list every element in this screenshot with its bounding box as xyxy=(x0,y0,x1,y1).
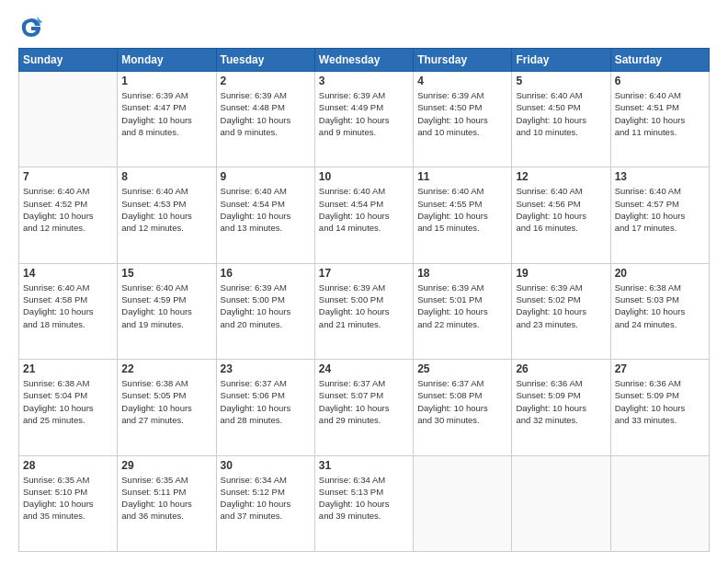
day-cell: 20Sunrise: 6:38 AM Sunset: 5:03 PM Dayli… xyxy=(610,263,709,359)
day-cell: 14Sunrise: 6:40 AM Sunset: 4:58 PM Dayli… xyxy=(19,263,118,359)
day-info: Sunrise: 6:38 AM Sunset: 5:04 PM Dayligh… xyxy=(23,377,113,426)
day-number: 9 xyxy=(221,170,311,183)
day-cell: 26Sunrise: 6:36 AM Sunset: 5:09 PM Dayli… xyxy=(512,360,610,455)
day-info: Sunrise: 6:40 AM Sunset: 4:57 PM Dayligh… xyxy=(615,185,705,234)
day-cell: 10Sunrise: 6:40 AM Sunset: 4:54 PM Dayli… xyxy=(314,167,413,263)
calendar: SundayMondayTuesdayWednesdayThursdayFrid… xyxy=(18,48,710,552)
day-number: 20 xyxy=(615,267,705,280)
day-info: Sunrise: 6:40 AM Sunset: 4:54 PM Dayligh… xyxy=(319,185,409,234)
day-cell: 29Sunrise: 6:35 AM Sunset: 5:11 PM Dayli… xyxy=(118,455,216,551)
day-cell: 27Sunrise: 6:36 AM Sunset: 5:09 PM Dayli… xyxy=(610,360,709,455)
week-row-3: 14Sunrise: 6:40 AM Sunset: 4:58 PM Dayli… xyxy=(19,263,710,359)
day-info: Sunrise: 6:40 AM Sunset: 4:54 PM Dayligh… xyxy=(221,185,311,234)
day-cell: 25Sunrise: 6:37 AM Sunset: 5:08 PM Dayli… xyxy=(414,360,512,455)
day-cell: 21Sunrise: 6:38 AM Sunset: 5:04 PM Dayli… xyxy=(19,360,118,455)
day-number: 25 xyxy=(417,362,507,375)
day-cell: 8Sunrise: 6:40 AM Sunset: 4:53 PM Daylig… xyxy=(118,167,216,263)
day-number: 6 xyxy=(615,75,705,87)
logo xyxy=(18,15,48,40)
day-number: 19 xyxy=(516,267,606,280)
page: SundayMondayTuesdayWednesdayThursdayFrid… xyxy=(0,0,728,563)
day-header-monday: Monday xyxy=(118,49,216,72)
header-row: SundayMondayTuesdayWednesdayThursdayFrid… xyxy=(19,49,710,72)
day-info: Sunrise: 6:40 AM Sunset: 4:56 PM Dayligh… xyxy=(516,185,606,234)
day-number: 1 xyxy=(121,75,211,87)
day-info: Sunrise: 6:39 AM Sunset: 4:49 PM Dayligh… xyxy=(319,89,409,138)
day-info: Sunrise: 6:34 AM Sunset: 5:13 PM Dayligh… xyxy=(319,474,409,523)
day-info: Sunrise: 6:40 AM Sunset: 4:59 PM Dayligh… xyxy=(121,282,211,330)
day-info: Sunrise: 6:36 AM Sunset: 5:09 PM Dayligh… xyxy=(615,377,705,426)
day-info: Sunrise: 6:38 AM Sunset: 5:05 PM Dayligh… xyxy=(121,377,211,426)
day-number: 11 xyxy=(417,170,507,183)
day-cell: 30Sunrise: 6:34 AM Sunset: 5:12 PM Dayli… xyxy=(216,455,314,551)
day-number: 4 xyxy=(417,75,507,87)
day-number: 10 xyxy=(319,170,409,183)
day-info: Sunrise: 6:34 AM Sunset: 5:12 PM Dayligh… xyxy=(221,474,311,523)
day-info: Sunrise: 6:39 AM Sunset: 4:48 PM Dayligh… xyxy=(221,89,311,138)
day-cell: 23Sunrise: 6:37 AM Sunset: 5:06 PM Dayli… xyxy=(216,360,314,455)
day-number: 8 xyxy=(121,170,211,183)
day-number: 31 xyxy=(319,459,409,472)
day-cell: 9Sunrise: 6:40 AM Sunset: 4:54 PM Daylig… xyxy=(216,167,314,263)
day-number: 18 xyxy=(417,267,507,280)
day-info: Sunrise: 6:36 AM Sunset: 5:09 PM Dayligh… xyxy=(516,377,606,426)
day-number: 28 xyxy=(23,459,113,472)
day-cell: 17Sunrise: 6:39 AM Sunset: 5:00 PM Dayli… xyxy=(314,263,413,359)
day-cell: 24Sunrise: 6:37 AM Sunset: 5:07 PM Dayli… xyxy=(314,360,413,455)
day-cell: 15Sunrise: 6:40 AM Sunset: 4:59 PM Dayli… xyxy=(118,263,216,359)
week-row-4: 21Sunrise: 6:38 AM Sunset: 5:04 PM Dayli… xyxy=(19,360,710,455)
day-info: Sunrise: 6:39 AM Sunset: 4:47 PM Dayligh… xyxy=(121,89,211,138)
day-cell: 11Sunrise: 6:40 AM Sunset: 4:55 PM Dayli… xyxy=(414,167,512,263)
day-info: Sunrise: 6:39 AM Sunset: 4:50 PM Dayligh… xyxy=(417,89,507,138)
day-cell xyxy=(610,455,709,551)
day-number: 3 xyxy=(319,75,409,87)
day-cell xyxy=(414,455,512,551)
day-cell xyxy=(19,72,118,167)
day-number: 12 xyxy=(516,170,606,183)
day-info: Sunrise: 6:39 AM Sunset: 5:02 PM Dayligh… xyxy=(516,282,606,330)
day-cell xyxy=(512,455,610,551)
day-info: Sunrise: 6:38 AM Sunset: 5:03 PM Dayligh… xyxy=(615,282,705,330)
day-number: 23 xyxy=(221,362,311,375)
day-cell: 28Sunrise: 6:35 AM Sunset: 5:10 PM Dayli… xyxy=(19,455,118,551)
day-info: Sunrise: 6:39 AM Sunset: 5:00 PM Dayligh… xyxy=(221,282,311,330)
day-info: Sunrise: 6:37 AM Sunset: 5:07 PM Dayligh… xyxy=(319,377,409,426)
day-info: Sunrise: 6:40 AM Sunset: 4:50 PM Dayligh… xyxy=(516,89,606,138)
day-header-wednesday: Wednesday xyxy=(314,49,413,72)
day-header-saturday: Saturday xyxy=(610,49,709,72)
day-info: Sunrise: 6:37 AM Sunset: 5:06 PM Dayligh… xyxy=(221,377,311,426)
day-cell: 4Sunrise: 6:39 AM Sunset: 4:50 PM Daylig… xyxy=(414,72,512,167)
week-row-2: 7Sunrise: 6:40 AM Sunset: 4:52 PM Daylig… xyxy=(19,167,710,263)
day-number: 27 xyxy=(615,362,705,375)
day-number: 2 xyxy=(221,75,311,87)
day-cell: 18Sunrise: 6:39 AM Sunset: 5:01 PM Dayli… xyxy=(414,263,512,359)
day-number: 5 xyxy=(516,75,606,87)
header xyxy=(18,15,710,40)
logo-icon xyxy=(18,15,44,40)
day-cell: 19Sunrise: 6:39 AM Sunset: 5:02 PM Dayli… xyxy=(512,263,610,359)
day-cell: 16Sunrise: 6:39 AM Sunset: 5:00 PM Dayli… xyxy=(216,263,314,359)
day-number: 17 xyxy=(319,267,409,280)
day-info: Sunrise: 6:37 AM Sunset: 5:08 PM Dayligh… xyxy=(417,377,507,426)
day-info: Sunrise: 6:39 AM Sunset: 5:00 PM Dayligh… xyxy=(319,282,409,330)
day-cell: 5Sunrise: 6:40 AM Sunset: 4:50 PM Daylig… xyxy=(512,72,610,167)
day-cell: 2Sunrise: 6:39 AM Sunset: 4:48 PM Daylig… xyxy=(216,72,314,167)
day-cell: 12Sunrise: 6:40 AM Sunset: 4:56 PM Dayli… xyxy=(512,167,610,263)
week-row-1: 1Sunrise: 6:39 AM Sunset: 4:47 PM Daylig… xyxy=(19,72,710,167)
day-info: Sunrise: 6:40 AM Sunset: 4:58 PM Dayligh… xyxy=(23,282,113,330)
day-number: 21 xyxy=(23,362,113,375)
day-info: Sunrise: 6:40 AM Sunset: 4:53 PM Dayligh… xyxy=(121,185,211,234)
day-number: 13 xyxy=(615,170,705,183)
day-number: 14 xyxy=(23,267,113,280)
day-number: 24 xyxy=(319,362,409,375)
week-row-5: 28Sunrise: 6:35 AM Sunset: 5:10 PM Dayli… xyxy=(19,455,710,551)
day-cell: 3Sunrise: 6:39 AM Sunset: 4:49 PM Daylig… xyxy=(314,72,413,167)
day-info: Sunrise: 6:40 AM Sunset: 4:55 PM Dayligh… xyxy=(417,185,507,234)
day-cell: 6Sunrise: 6:40 AM Sunset: 4:51 PM Daylig… xyxy=(610,72,709,167)
day-cell: 13Sunrise: 6:40 AM Sunset: 4:57 PM Dayli… xyxy=(610,167,709,263)
day-header-sunday: Sunday xyxy=(19,49,118,72)
day-number: 30 xyxy=(221,459,311,472)
day-info: Sunrise: 6:40 AM Sunset: 4:51 PM Dayligh… xyxy=(615,89,705,138)
day-info: Sunrise: 6:40 AM Sunset: 4:52 PM Dayligh… xyxy=(23,185,113,234)
day-cell: 7Sunrise: 6:40 AM Sunset: 4:52 PM Daylig… xyxy=(19,167,118,263)
